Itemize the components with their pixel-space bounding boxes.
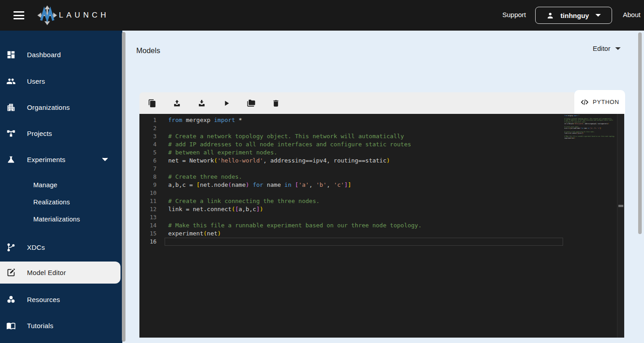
trash-icon — [272, 99, 280, 108]
sidebar-item-label: Experiments — [27, 156, 66, 163]
code-line: # Create a link connecting the three nod… — [168, 197, 422, 205]
editor-toolbar — [139, 92, 574, 114]
view-selector-dropdown[interactable]: Editor — [593, 45, 621, 52]
code-line — [168, 238, 422, 246]
dashboard-icon — [6, 50, 16, 59]
chevron-down-icon — [595, 14, 601, 17]
top-header: LAUNCH Support tinhnguy About — [0, 0, 644, 31]
main-content: Models Editor — [122, 31, 644, 343]
delete-button[interactable] — [272, 99, 280, 108]
line-number: 4 — [139, 140, 157, 149]
sidebar-subitem-label: Realizations — [33, 199, 70, 206]
line-number: 2 — [139, 124, 157, 132]
code-line: # Create a network topology object. This… — [168, 132, 422, 140]
chevron-down-icon — [102, 158, 108, 161]
sidebar-item-label: Resources — [27, 296, 60, 303]
code-line — [168, 124, 422, 132]
page-title: Models — [136, 46, 160, 55]
sidebar-subitem-label: Manage — [33, 181, 58, 189]
code-line — [168, 189, 422, 197]
minimap-line — [564, 139, 617, 141]
sidebar-item-label: Tutorials — [27, 322, 54, 329]
line-number: 15 — [139, 230, 157, 238]
view-selector-label: Editor — [593, 45, 610, 52]
code-editor[interactable]: 12345678910111213141516 from mergexp imp… — [139, 114, 624, 338]
organizations-icon — [6, 103, 16, 112]
code-line: link = net.connect([a,b,c]) — [168, 205, 422, 213]
download-icon — [197, 99, 206, 108]
sidebar-item-manage[interactable]: Manage — [0, 178, 122, 192]
line-number: 13 — [139, 213, 157, 221]
copy-icon — [148, 99, 157, 108]
page-scrollbar[interactable] — [638, 32, 642, 234]
folder-copy-icon — [247, 99, 255, 108]
experiments-icon — [6, 155, 16, 164]
sidebar-item-users[interactable]: Users — [0, 72, 122, 90]
sidebar-nav: Dashboard Users Organizations Projects E… — [0, 31, 122, 343]
code-line: net = Network('hello-world', addressing=… — [168, 157, 422, 165]
code-content[interactable]: from mergexp import *# Create a network … — [168, 116, 422, 246]
sidebar-item-resources[interactable]: Resources — [0, 290, 122, 308]
xdcs-icon — [6, 243, 16, 252]
code-line: # Make this file a runnable experiment b… — [168, 221, 422, 230]
logo-icon — [37, 5, 58, 26]
copy-button[interactable] — [148, 99, 157, 108]
line-number: 7 — [139, 165, 157, 173]
line-number: 16 — [139, 238, 157, 246]
sidebar-item-label: Dashboard — [27, 51, 61, 59]
model-editor-panel: PYTHON 12345678910111213141516 from merg… — [139, 90, 624, 338]
sidebar-item-label: Users — [27, 77, 45, 85]
code-line — [168, 165, 422, 173]
sidebar-item-projects[interactable]: Projects — [0, 124, 122, 142]
user-menu-button[interactable]: tinhnguy — [535, 7, 612, 24]
sidebar-item-label: Model Editor — [27, 269, 66, 276]
logo-text: LAUNCH — [59, 11, 109, 20]
code-line — [168, 213, 422, 221]
minimap-content: from mergexp import *# Create a network … — [564, 115, 617, 141]
line-number: 3 — [139, 132, 157, 140]
sidebar-item-xdcs[interactable]: XDCs — [0, 238, 122, 256]
app-logo: LAUNCH — [37, 5, 109, 26]
person-icon — [546, 12, 554, 19]
sidebar-item-label: Organizations — [27, 104, 70, 111]
editor-minimap[interactable]: from mergexp import *# Create a network … — [564, 115, 617, 335]
users-icon — [6, 77, 16, 86]
line-number: 1 — [139, 116, 157, 124]
chevron-down-icon — [615, 47, 621, 50]
tab-python-label: PYTHON — [593, 99, 619, 105]
projects-icon — [6, 129, 16, 138]
code-line: experiment(net) — [168, 230, 422, 238]
about-link[interactable]: About — [623, 11, 640, 18]
code-line: # Create three nodes. — [168, 173, 422, 181]
run-button[interactable] — [222, 99, 231, 108]
code-icon — [580, 98, 589, 107]
upload-icon — [173, 99, 181, 108]
menu-icon[interactable] — [13, 11, 24, 19]
code-line: from mergexp import * — [168, 116, 422, 124]
sidebar-scrollbar[interactable] — [122, 32, 125, 342]
line-number: 14 — [139, 221, 157, 230]
line-number: 9 — [139, 181, 157, 189]
sidebar-item-tutorials[interactable]: Tutorials — [0, 316, 122, 334]
play-icon — [222, 99, 231, 108]
username-label: tinhnguy — [560, 12, 589, 19]
tab-python[interactable]: PYTHON — [574, 90, 625, 114]
line-number: 10 — [139, 189, 157, 197]
sidebar-item-dashboard[interactable]: Dashboard — [0, 45, 122, 63]
sidebar-item-label: Projects — [27, 130, 52, 137]
line-number: 12 — [139, 205, 157, 213]
tutorials-icon — [6, 321, 16, 330]
sidebar-item-experiments[interactable]: Experiments — [0, 150, 122, 168]
sidebar-item-model-editor[interactable]: Model Editor — [0, 262, 121, 284]
code-line: a,b,c = [net.node(name) for name in ['a'… — [168, 181, 422, 189]
upload-button[interactable] — [173, 99, 181, 108]
download-button[interactable] — [197, 99, 206, 108]
sidebar-item-materializations[interactable]: Materializations — [0, 212, 122, 226]
duplicate-button[interactable] — [247, 99, 255, 108]
editor-scrollbar-track[interactable] — [617, 114, 624, 338]
support-link[interactable]: Support — [502, 11, 526, 18]
sidebar-item-organizations[interactable]: Organizations — [0, 98, 122, 116]
model-editor-icon — [6, 268, 16, 277]
code-line: # between all experiment nodes. — [168, 149, 422, 157]
sidebar-item-realizations[interactable]: Realizations — [0, 195, 122, 209]
